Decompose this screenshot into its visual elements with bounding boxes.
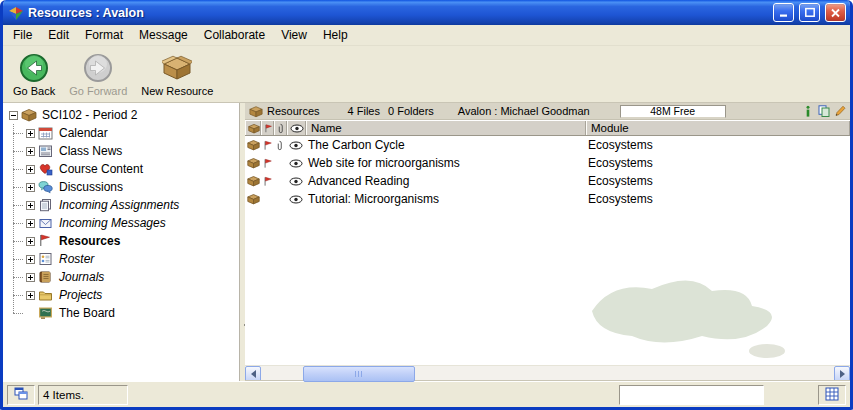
go-back-button[interactable]: Go Back: [7, 50, 61, 100]
copy-icon[interactable]: [818, 105, 830, 117]
resource-row[interactable]: Advanced Reading Ecosystems: [245, 172, 850, 190]
column-name[interactable]: Name: [306, 121, 586, 135]
menu-help[interactable]: Help: [315, 25, 356, 45]
menu-collaborate[interactable]: Collaborate: [196, 25, 273, 45]
scrollbar-thumb[interactable]: [303, 366, 415, 382]
column-visibility[interactable]: [287, 121, 306, 135]
status-items-cell: 4 Items.: [38, 385, 128, 405]
course-box-icon: [21, 108, 37, 122]
status-message-area: [131, 385, 616, 405]
tree-root-course[interactable]: SCI102 - Period 2: [3, 106, 239, 124]
tree-item-resources[interactable]: Resources: [3, 232, 239, 250]
resource-name: Advanced Reading: [306, 174, 586, 188]
app-icon[interactable]: [8, 5, 24, 21]
maximize-button[interactable]: [799, 3, 820, 22]
info-icon[interactable]: [802, 105, 814, 117]
go-forward-button[interactable]: Go Forward: [63, 50, 133, 100]
flag-icon: [261, 176, 274, 187]
expand-plus-box[interactable]: [26, 129, 35, 138]
status-bar: 4 Items.: [3, 381, 850, 407]
paperclip-icon: [274, 140, 287, 151]
tree-item-roster[interactable]: Roster: [3, 250, 239, 268]
resource-row[interactable]: Tutorial: Microorganisms Ecosystems: [245, 190, 850, 208]
course-content-icon: [38, 162, 54, 176]
calendar-icon: [38, 126, 54, 140]
menu-edit[interactable]: Edit: [40, 25, 77, 45]
column-header-row: Name Module: [245, 120, 850, 136]
windows-icon[interactable]: [14, 387, 29, 402]
resource-name: The Carbon Cycle: [306, 138, 586, 152]
tree-item-course-content[interactable]: Course Content: [3, 160, 239, 178]
resource-list: The Carbon Cycle Ecosystems: [245, 136, 850, 365]
scroll-left-arrow[interactable]: [245, 366, 261, 382]
package-icon: [245, 193, 261, 205]
scroll-right-arrow[interactable]: [834, 366, 850, 382]
app-window: Resources : Avalon File Edit Format Mess…: [0, 0, 853, 410]
discussions-icon: [38, 180, 54, 194]
resource-module: Ecosystems: [586, 156, 850, 170]
files-count: 4 Files: [348, 105, 380, 117]
tree-item-class-news[interactable]: Class News: [3, 142, 239, 160]
expand-plus-box[interactable]: [26, 255, 35, 264]
column-attachment[interactable]: [274, 121, 287, 135]
collapse-minus-box[interactable]: [9, 111, 18, 120]
expand-plus-box[interactable]: [26, 183, 35, 192]
tree-item-discussions[interactable]: Discussions: [3, 178, 239, 196]
edit-pencil-icon[interactable]: [834, 105, 846, 117]
menu-view[interactable]: View: [273, 25, 315, 45]
expand-plus-box[interactable]: [26, 165, 35, 174]
panel-title: Resources: [267, 105, 320, 117]
column-module[interactable]: Module: [586, 121, 850, 135]
status-progress-field: [619, 385, 764, 405]
title-bar[interactable]: Resources : Avalon: [3, 0, 850, 25]
column-flag[interactable]: [261, 121, 274, 135]
column-type[interactable]: [245, 121, 261, 135]
go-back-label: Go Back: [13, 85, 55, 97]
new-resource-button[interactable]: New Resource: [135, 50, 219, 100]
resource-module: Ecosystems: [586, 138, 850, 152]
tree-item-the-board[interactable]: The Board: [3, 304, 239, 322]
expand-plus-box[interactable]: [26, 273, 35, 282]
news-icon: [38, 144, 54, 158]
menu-file[interactable]: File: [5, 25, 40, 45]
course-tree-panel: SCI102 - Period 2 Calendar Class News: [3, 103, 240, 381]
resource-row[interactable]: Web site for microorganisms Ecosystems: [245, 154, 850, 172]
package-icon: [245, 157, 261, 169]
minimize-button[interactable]: [773, 3, 794, 22]
new-resource-label: New Resource: [141, 85, 213, 97]
menu-message[interactable]: Message: [131, 25, 196, 45]
tree-item-incoming-assignments[interactable]: Incoming Assignments: [3, 196, 239, 214]
resource-name: Web site for microorganisms: [306, 156, 586, 170]
close-button[interactable]: [825, 3, 846, 22]
resources-box-icon: [249, 105, 263, 118]
expand-plus-box[interactable]: [26, 201, 35, 210]
tree-item-projects[interactable]: Projects: [3, 286, 239, 304]
grid-icon[interactable]: [825, 387, 840, 402]
horizontal-scrollbar[interactable]: [245, 365, 850, 381]
back-icon: [19, 53, 49, 83]
scrollbar-track[interactable]: [261, 366, 834, 381]
expand-plus-box[interactable]: [26, 219, 35, 228]
messages-icon: [38, 216, 54, 230]
main-content: SCI102 - Period 2 Calendar Class News: [3, 103, 850, 381]
menu-bar: File Edit Format Message Collaborate Vie…: [3, 25, 850, 46]
resource-row[interactable]: The Carbon Cycle Ecosystems: [245, 136, 850, 154]
journals-icon: [38, 270, 54, 284]
forward-icon: [83, 53, 113, 83]
tree-item-incoming-messages[interactable]: Incoming Messages: [3, 214, 239, 232]
toolbar: Go Back Go Forward: [3, 46, 850, 103]
tree-item-calendar[interactable]: Calendar: [3, 124, 239, 142]
expand-plus-box[interactable]: [26, 237, 35, 246]
tree-root-label: SCI102 - Period 2: [40, 108, 139, 122]
window-title: Resources : Avalon: [28, 6, 768, 20]
expand-plus-box[interactable]: [26, 291, 35, 300]
package-icon: [245, 175, 261, 187]
status-view-cell: [7, 385, 35, 405]
menu-format[interactable]: Format: [77, 25, 131, 45]
tree-item-journals[interactable]: Journals: [3, 268, 239, 286]
eye-icon: [287, 195, 306, 204]
package-icon: [245, 139, 261, 151]
assignments-icon: [38, 198, 54, 212]
expand-plus-box[interactable]: [26, 147, 35, 156]
items-count: 4 Items.: [43, 389, 84, 401]
